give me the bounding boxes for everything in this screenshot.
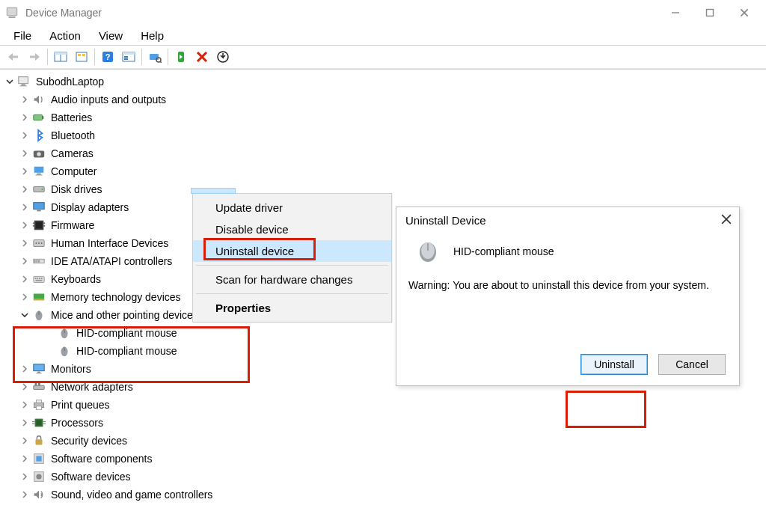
context-menu: Update driver Disable device Uninstall d… <box>192 193 392 322</box>
tree-category[interactable]: Processors <box>0 414 766 432</box>
sound-icon <box>31 487 46 502</box>
tree-category[interactable]: Software devices <box>0 468 766 486</box>
ctx-disable-device[interactable]: Disable device <box>193 218 391 240</box>
close-button[interactable] <box>727 2 762 23</box>
chevron-right-icon[interactable] <box>19 400 30 410</box>
toolbar-show-hidden-button[interactable] <box>50 47 71 67</box>
svg-rect-11 <box>76 52 87 61</box>
spacer <box>45 346 55 356</box>
tree-category-label: Bluetooth <box>51 126 95 144</box>
chevron-down-icon[interactable] <box>4 76 15 87</box>
svg-rect-35 <box>37 174 40 175</box>
camera-icon <box>31 146 46 161</box>
svg-point-49 <box>38 242 40 244</box>
svg-rect-31 <box>43 116 44 119</box>
tree-category-label: Display adapters <box>51 198 129 216</box>
minimize-button[interactable] <box>658 2 693 23</box>
toolbar-scan-button[interactable] <box>144 47 165 67</box>
chevron-down-icon[interactable] <box>19 310 30 320</box>
svg-rect-55 <box>34 276 44 282</box>
svg-rect-53 <box>36 260 37 263</box>
svg-rect-82 <box>43 421 46 422</box>
chevron-right-icon[interactable] <box>19 274 30 284</box>
ctx-uninstall-device[interactable]: Uninstall device <box>193 240 391 262</box>
ctx-update-driver[interactable]: Update driver <box>193 197 391 218</box>
keyboard-icon <box>31 272 46 287</box>
toolbar-update-button[interactable] <box>212 47 233 67</box>
dialog-device-name: HID-compliant mouse <box>453 245 554 257</box>
battery-icon <box>31 110 46 125</box>
mouse-icon <box>57 343 72 358</box>
svg-rect-34 <box>34 167 44 173</box>
chevron-right-icon[interactable] <box>19 256 30 266</box>
tree-category[interactable]: Sound, video and game controllers <box>0 486 766 504</box>
dialog-uninstall-button[interactable]: Uninstall <box>580 354 648 375</box>
toolbar-action-button[interactable] <box>71 47 92 67</box>
dialog-close-button[interactable] <box>721 214 732 227</box>
chevron-right-icon[interactable] <box>19 202 30 213</box>
svg-rect-80 <box>32 421 35 422</box>
toolbar-view-button[interactable] <box>118 47 139 67</box>
toolbar-help-button[interactable]: ? <box>97 47 118 67</box>
tree-category-label: Mice and other pointing devices <box>51 306 198 324</box>
chevron-right-icon[interactable] <box>19 364 30 374</box>
svg-rect-44 <box>33 225 34 227</box>
nav-forward-button[interactable] <box>24 47 45 67</box>
mouse-icon <box>57 325 72 340</box>
svg-rect-83 <box>43 424 46 424</box>
chevron-right-icon[interactable] <box>19 418 30 428</box>
svg-point-50 <box>41 242 43 244</box>
chevron-right-icon[interactable] <box>19 94 30 105</box>
tree-category[interactable]: Bluetooth <box>0 126 766 144</box>
spacer <box>45 328 55 338</box>
chevron-right-icon[interactable] <box>19 238 30 248</box>
toolbar-disable-button[interactable] <box>192 47 212 67</box>
svg-rect-54 <box>38 260 40 263</box>
tree-category-label: IDE ATA/ATAPI controllers <box>51 252 172 270</box>
tree-category[interactable]: Audio inputs and outputs <box>0 91 766 108</box>
svg-rect-57 <box>37 278 38 279</box>
ctx-properties[interactable]: Properties <box>193 297 391 319</box>
svg-rect-72 <box>34 385 44 389</box>
tree-category-label: Memory technology devices <box>51 288 181 306</box>
tree-category[interactable]: Batteries <box>0 108 766 126</box>
chevron-right-icon[interactable] <box>19 435 30 446</box>
tree-category-label: Processors <box>51 414 103 432</box>
tree-category[interactable]: Software components <box>0 450 766 468</box>
context-menu-anchor <box>191 188 236 194</box>
dialog-cancel-button[interactable]: Cancel <box>658 354 726 375</box>
chevron-right-icon[interactable] <box>19 471 30 482</box>
svg-rect-61 <box>34 294 44 299</box>
menu-file[interactable]: File <box>4 28 40 43</box>
svg-rect-43 <box>33 222 34 224</box>
tree-category[interactable]: Computer <box>0 162 766 180</box>
tree-root[interactable]: SubodhLaptop <box>0 73 766 91</box>
nav-back-button[interactable] <box>3 47 24 67</box>
chevron-right-icon[interactable] <box>19 453 30 464</box>
chevron-right-icon[interactable] <box>19 489 30 500</box>
toolbar-enable-button[interactable] <box>171 47 192 67</box>
tree-category[interactable]: Security devices <box>0 432 766 450</box>
chevron-right-icon[interactable] <box>19 184 30 195</box>
chevron-right-icon[interactable] <box>19 148 30 159</box>
chevron-right-icon[interactable] <box>19 112 30 123</box>
tree-category[interactable]: Print queues <box>0 396 766 414</box>
menu-action[interactable]: Action <box>40 28 90 43</box>
chevron-right-icon[interactable] <box>19 292 30 302</box>
chevron-right-icon[interactable] <box>19 130 30 141</box>
svg-point-33 <box>37 152 40 156</box>
menubar: File Action View Help <box>0 25 766 45</box>
menu-help[interactable]: Help <box>132 28 173 43</box>
chevron-right-icon[interactable] <box>19 382 30 392</box>
ctx-scan-hardware[interactable]: Scan for hardware changes <box>193 269 391 290</box>
svg-rect-60 <box>36 280 43 281</box>
titlebar: Device Manager <box>0 0 766 25</box>
maximize-button[interactable] <box>693 2 727 23</box>
tree-category[interactable]: Cameras <box>0 144 766 162</box>
svg-rect-79 <box>36 420 41 425</box>
toolbar: ? <box>0 45 766 69</box>
chevron-right-icon[interactable] <box>19 220 30 230</box>
menu-view[interactable]: View <box>90 28 132 43</box>
chevron-right-icon[interactable] <box>19 166 30 177</box>
dialog-title: Uninstall Device <box>405 214 486 227</box>
